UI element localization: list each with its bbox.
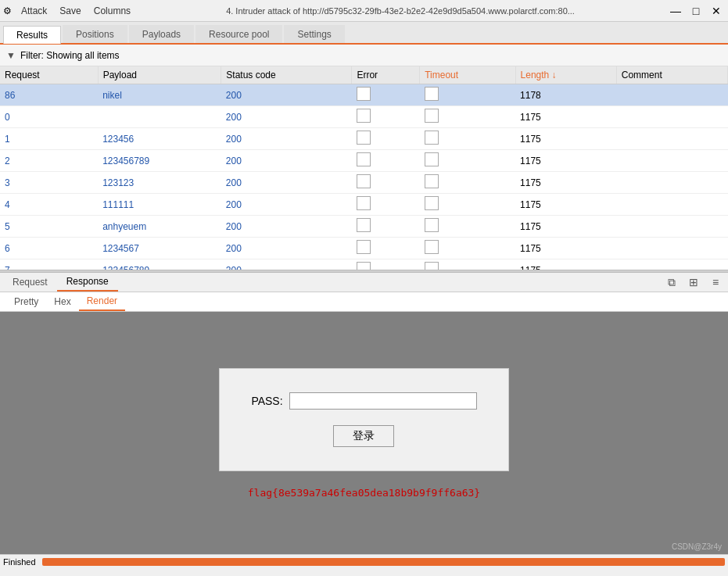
filter-label: Filter: Showing all items	[20, 50, 120, 61]
bottom-panel-tabs: Request Response ⧉ ⊞ ≡	[0, 273, 728, 292]
table-row[interactable]: 41111112001175	[0, 194, 728, 216]
filter-icon: ▼	[6, 50, 16, 61]
render-panel: PASS: 登录 flag{8e539a7a46fea05dea18b9b9f9…	[0, 312, 728, 554]
col-request[interactable]: Request	[0, 66, 98, 84]
main-tabs: Results Positions Payloads Resource pool…	[0, 22, 728, 45]
window-title: 4. Intruder attack of http://d5795c32-29…	[134, 6, 667, 16]
tab-positions[interactable]: Positions	[63, 25, 127, 43]
bottom-tab-actions: ⧉ ⊞ ≡	[662, 273, 725, 292]
minimize-button[interactable]: —	[667, 2, 684, 20]
col-comment[interactable]: Comment	[616, 66, 727, 84]
col-length[interactable]: Length ↓	[515, 66, 616, 84]
pass-label: PASS:	[251, 395, 282, 407]
tab-results[interactable]: Results	[3, 26, 61, 44]
tab-settings[interactable]: Settings	[284, 25, 344, 43]
pass-input[interactable]	[289, 392, 477, 410]
table-row[interactable]: 21234567892001175	[0, 150, 728, 172]
col-timeout[interactable]: Timeout	[420, 66, 515, 84]
table-row[interactable]: 02001175	[0, 106, 728, 128]
filter-bar: ▼ Filter: Showing all items	[0, 45, 728, 66]
subtab-pretty[interactable]: Pretty	[6, 293, 46, 310]
menu-columns[interactable]: Columns	[91, 4, 134, 18]
col-payload[interactable]: Payload	[98, 66, 221, 84]
table-row[interactable]: 612345672001175	[0, 238, 728, 259]
table-row[interactable]: 11234562001175	[0, 128, 728, 150]
close-button[interactable]: ✕	[708, 2, 725, 20]
more-icon[interactable]: ≡	[706, 273, 725, 292]
results-table-container: Request Payload Status code Error Timeou…	[0, 66, 728, 270]
response-subtabs: Pretty Hex Render	[0, 292, 728, 312]
table-row[interactable]: 5anhyeuem2001175	[0, 216, 728, 238]
subtab-hex[interactable]: Hex	[46, 293, 78, 310]
flag-text: flag{8e539a7a46fea05dea18b9b9f9ff6a63}	[248, 487, 480, 499]
tab-response[interactable]: Response	[57, 273, 118, 292]
menu-attack[interactable]: Attack	[18, 4, 50, 18]
table-row[interactable]: 71234567892001175	[0, 259, 728, 270]
titlebar-left: ⚙ Attack Save Columns	[3, 4, 134, 18]
login-card: PASS: 登录	[219, 368, 508, 471]
window-controls: — □ ✕	[667, 2, 725, 20]
table-row[interactable]: 86nikel2001178	[0, 84, 728, 106]
col-status[interactable]: Status code	[221, 66, 352, 84]
table-row[interactable]: 31231232001175	[0, 172, 728, 194]
tab-payloads[interactable]: Payloads	[129, 25, 194, 43]
col-error[interactable]: Error	[352, 66, 420, 84]
watermark: CSDN@Z3r4y	[672, 542, 722, 551]
progress-bar	[42, 558, 725, 566]
status-text: Finished	[3, 557, 36, 567]
subtab-render[interactable]: Render	[79, 292, 125, 311]
login-button[interactable]: 登录	[333, 425, 394, 447]
tab-request[interactable]: Request	[3, 274, 57, 291]
menu-save[interactable]: Save	[56, 4, 84, 18]
results-table: Request Payload Status code Error Timeou…	[0, 66, 728, 270]
maximize-button[interactable]: □	[687, 2, 705, 20]
app-icon: ⚙	[3, 5, 12, 16]
titlebar: ⚙ Attack Save Columns 4. Intruder attack…	[0, 0, 728, 22]
statusbar: Finished	[0, 554, 728, 568]
expand-icon[interactable]: ⊞	[684, 273, 703, 292]
copy-icon[interactable]: ⧉	[662, 273, 681, 292]
pass-row: PASS:	[251, 392, 476, 410]
bottom-panel: Request Response ⧉ ⊞ ≡ Pretty Hex Render…	[0, 273, 728, 554]
tab-resource-pool[interactable]: Resource pool	[195, 25, 282, 43]
